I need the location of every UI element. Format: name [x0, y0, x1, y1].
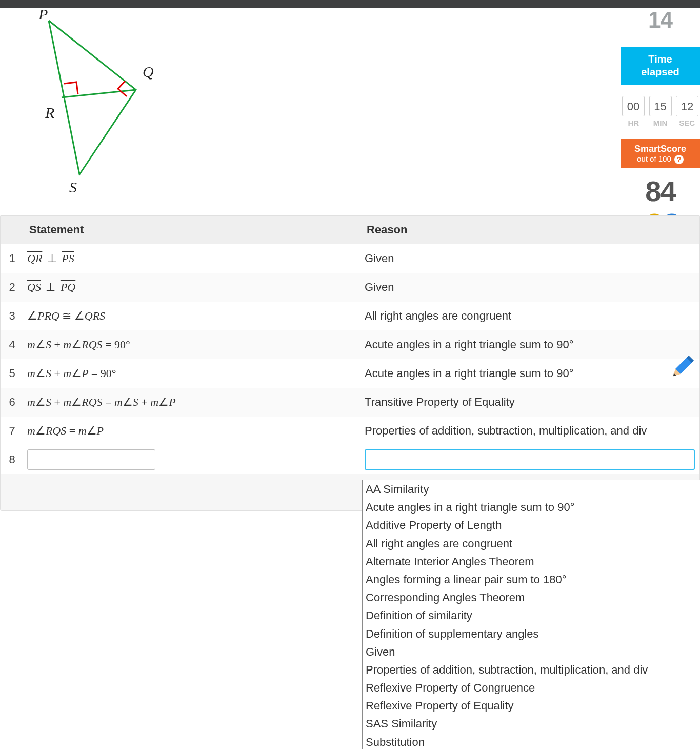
proof-row: 3∠PRQ ≅ ∠QRSAll right angles are congrue… — [1, 302, 699, 330]
top-bar — [0, 0, 700, 8]
reason-cell: Acute angles in a right triangle sum to … — [361, 333, 699, 357]
row-number: 8 — [1, 453, 23, 466]
reason-cell: Given — [361, 247, 699, 270]
proof-row: 1QR ⊥ PSGiven — [1, 244, 699, 273]
reason-cell: Acute angles in a right triangle sum to … — [361, 362, 699, 385]
segment-qr — [62, 90, 136, 97]
time-sec: 12 — [676, 96, 698, 116]
smartscore-header: SmartScore out of 100 ? — [621, 139, 700, 168]
reason-cell: Properties of addition, subtraction, mul… — [361, 419, 699, 443]
reason-cell: All right angles are congruent — [361, 304, 699, 328]
dropdown-option[interactable]: All right angles are congruent — [363, 535, 700, 553]
time-labels: HR MIN SEC — [621, 119, 700, 127]
proof-row: 6m∠S + m∠RQS = m∠S + m∠PTransitive Prope… — [1, 388, 699, 417]
geometry-diagram: P Q R S — [21, 10, 174, 174]
reason-dropdown[interactable]: AA SimilarityAcute angles in a right tri… — [362, 480, 700, 749]
statement-cell: m∠S + m∠P = 90° — [23, 362, 361, 385]
label-q: Q — [143, 63, 154, 80]
dropdown-option[interactable]: Angles forming a linear pair sum to 180° — [363, 570, 700, 588]
row-number: 2 — [1, 281, 23, 294]
questions-answered-value: 14 — [621, 8, 700, 31]
proof-header: Statement Reason — [1, 216, 699, 244]
proof-row: 2QS ⊥ PQGiven — [1, 273, 699, 302]
statement-cell: QR ⊥ PS — [23, 247, 361, 270]
statement-cell: m∠S + m∠RQS = m∠S + m∠P — [23, 390, 361, 414]
row-number: 6 — [1, 396, 23, 409]
proof-row: 7m∠RQS = m∠PProperties of addition, subt… — [1, 417, 699, 445]
statement-cell: QS ⊥ PQ — [23, 275, 361, 299]
row-number: 3 — [1, 309, 23, 323]
time-min: 15 — [649, 96, 672, 116]
label-r: R — [45, 104, 54, 121]
time-elapsed-header: Time elapsed — [621, 47, 700, 85]
pencil-icon[interactable] — [668, 354, 696, 384]
help-icon[interactable]: ? — [674, 155, 684, 164]
dropdown-option[interactable]: Substitution — [363, 733, 700, 749]
time-boxes: 00 15 12 — [621, 96, 700, 116]
dropdown-option[interactable]: Acute angles in a right triangle sum to … — [363, 498, 700, 516]
row-number: 7 — [1, 424, 23, 438]
proof-input-row: 8 — [1, 445, 699, 474]
proof-row: 5m∠S + m∠P = 90°Acute angles in a right … — [1, 359, 699, 388]
reason-cell: Given — [361, 275, 699, 299]
dropdown-option[interactable]: Corresponding Angles Theorem — [363, 588, 700, 606]
row-number: 5 — [1, 367, 23, 380]
dropdown-option[interactable]: AA Similarity — [363, 480, 700, 498]
label-p: P — [38, 6, 48, 23]
header-reason: Reason — [361, 216, 699, 244]
dropdown-option[interactable]: Additive Property of Length — [363, 516, 700, 534]
reason-input[interactable] — [365, 449, 695, 470]
dropdown-option[interactable]: Alternate Interior Angles Theorem — [363, 553, 700, 570]
dropdown-option[interactable]: SAS Similarity — [363, 715, 700, 733]
statement-cell: ∠PRQ ≅ ∠QRS — [23, 304, 361, 328]
dropdown-option[interactable]: Definition of similarity — [363, 606, 700, 624]
dropdown-option[interactable]: Properties of addition, subtraction, mul… — [363, 661, 700, 679]
header-statement: Statement — [23, 216, 361, 244]
reason-cell: Transitive Property of Equality — [361, 390, 699, 414]
dropdown-option[interactable]: Given — [363, 643, 700, 661]
proof-table: Statement Reason 1QR ⊥ PSGiven2QS ⊥ PQGi… — [0, 215, 700, 511]
dropdown-option[interactable]: Reflexive Property of Equality — [363, 697, 700, 715]
dropdown-option[interactable]: Reflexive Property of Congruence — [363, 679, 700, 697]
smartscore-value: 84 — [621, 174, 700, 208]
dropdown-option[interactable]: Definition of supplementary angles — [363, 625, 700, 643]
statement-cell: m∠RQS = m∠P — [23, 419, 361, 443]
time-hr: 00 — [622, 96, 645, 116]
proof-row: 4m∠S + m∠RQS = 90°Acute angles in a righ… — [1, 330, 699, 359]
label-s: S — [69, 179, 77, 195]
statement-input[interactable] — [27, 449, 155, 470]
right-angle-r — [64, 82, 78, 94]
right-angle-q — [118, 81, 127, 96]
statement-cell: m∠S + m∠RQS = 90° — [23, 333, 361, 357]
row-number: 4 — [1, 338, 23, 351]
row-number: 1 — [1, 252, 23, 265]
